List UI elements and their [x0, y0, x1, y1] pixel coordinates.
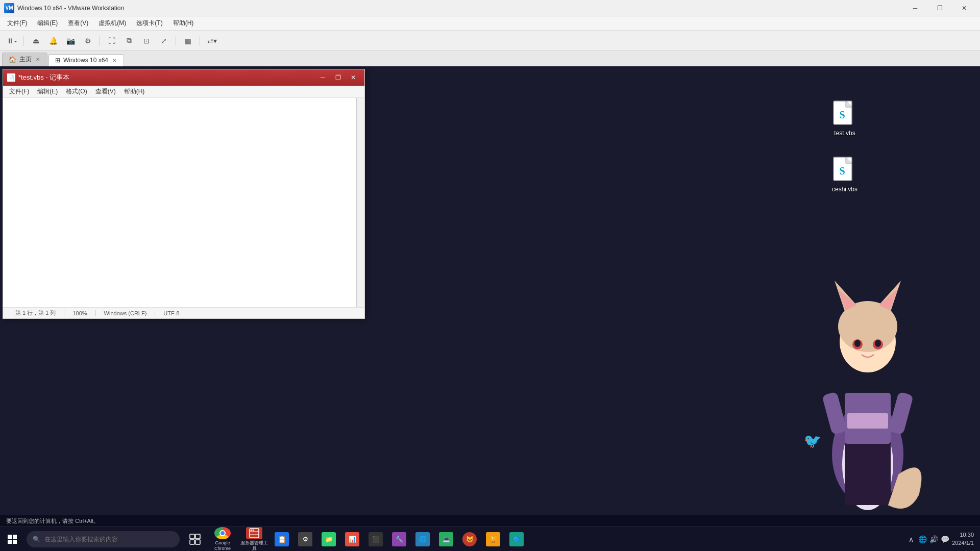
svg-point-21 [854, 340, 861, 347]
svg-rect-26 [13, 535, 17, 539]
time-display: 10:30 [952, 531, 974, 539]
vm-content[interactable]: 📄 *test.vbs - 记事本 ─ ❐ ✕ 文件(F) 编辑(E) 格式(O… [0, 66, 980, 551]
vmware-menu-view[interactable]: 查看(V) [63, 17, 93, 30]
vmware-maximize-btn[interactable]: ❐ [928, 0, 951, 16]
notepad-position: 第 1 行，第 1 列 [7, 309, 64, 317]
vmware-titlebar: VM Windows 10 x64 - VMware Workstation ─… [0, 0, 980, 16]
svg-point-36 [251, 529, 252, 531]
notepad-content[interactable] [3, 98, 364, 307]
home-icon: 🏠 [9, 56, 16, 63]
toolbar-transfer-btn[interactable]: ⇄▾ [204, 34, 219, 48]
notepad-window[interactable]: 📄 *test.vbs - 记事本 ─ ❐ ✕ 文件(F) 编辑(E) 格式(O… [3, 69, 365, 319]
notepad-icon: 📄 [7, 73, 15, 82]
taskbar-app-9[interactable]: 😺 [458, 528, 481, 550]
notepad-maximize-btn[interactable]: ❐ [331, 72, 345, 83]
test-vbs-label: test.vbs [834, 130, 855, 137]
taskbar-app-6[interactable]: 🔧 [388, 528, 410, 550]
notepad-scrollbar[interactable] [356, 98, 364, 307]
system-tray: ∧ 🌐 🔊 💬 [906, 534, 950, 544]
network-icon[interactable]: 🌐 [917, 534, 927, 544]
svg-rect-27 [8, 540, 12, 544]
toolbar-unity-btn[interactable]: ⊡ [139, 34, 154, 48]
taskbar-search-icon: 🔍 [33, 536, 40, 543]
date-display: 2024/1/1 [952, 539, 974, 547]
taskbar-app-4[interactable]: 📊 [341, 528, 363, 550]
vmware-status-bar: 要返回到您的计算机，请按 Ctrl+Alt。 [0, 515, 980, 527]
svg-rect-23 [822, 391, 847, 435]
bird-decoration: 🐦 [802, 431, 823, 450]
tab-win10-close[interactable]: ✕ [111, 57, 117, 64]
clock[interactable]: 10:30 2024/1/1 [952, 531, 974, 547]
np-menu-file[interactable]: 文件(F) [5, 86, 33, 97]
taskbar-app-1[interactable]: 📋 [271, 528, 293, 550]
np-menu-format[interactable]: 格式(O) [62, 86, 91, 97]
taskbar-search-bar[interactable]: 🔍 [27, 531, 180, 547]
vmware-menu-edit[interactable]: 编辑(E) [32, 17, 63, 30]
svg-rect-31 [190, 540, 194, 544]
toolbar-split-btn[interactable]: ⧉ [121, 34, 137, 48]
toolbar-removable-btn[interactable]: ⏏ [28, 34, 43, 48]
desktop-icon-ceshi-vbs[interactable]: S ceshi.vbs [822, 153, 868, 195]
ceshi-vbs-icon: S [830, 155, 859, 184]
vmware-menu-file[interactable]: 文件(F) [2, 17, 32, 30]
toolbar-stretch-btn[interactable]: ⤢ [156, 34, 172, 48]
toolbar-sep3 [176, 36, 176, 46]
taskbar-apps: GoogleChrome [182, 527, 900, 551]
np-menu-help[interactable]: 帮助(H) [120, 86, 149, 97]
notepad-close-btn[interactable]: ✕ [346, 72, 360, 83]
taskbar-app-5[interactable]: ⬛ [364, 528, 387, 550]
vmware-menubar: 文件(F) 编辑(E) 查看(V) 虚拟机(M) 选项卡(T) 帮助(H) [0, 16, 980, 31]
svg-rect-30 [195, 534, 200, 539]
taskbar-server-label: 服务器管理工具 [240, 540, 268, 551]
notepad-controls: ─ ❐ ✕ [315, 72, 360, 83]
taskbar-app-11[interactable]: 🔷 [505, 528, 528, 550]
svg-text:S: S [839, 165, 845, 177]
toolbar-fullscreen-btn[interactable]: ⛶ [104, 34, 119, 48]
tab-home-label: 主页 [19, 55, 32, 64]
volume-icon[interactable]: 🔊 [928, 534, 939, 544]
tab-home[interactable]: 🏠 主页 ✕ [2, 53, 47, 66]
taskbar-chrome[interactable]: GoogleChrome [207, 527, 238, 552]
taskbar-app-task-view[interactable] [184, 528, 206, 550]
start-button[interactable] [0, 527, 24, 552]
taskbar-chrome-label: GoogleChrome [214, 540, 231, 551]
taskbar-app-10[interactable]: 🏆 [482, 528, 504, 550]
taskbar-server-manager[interactable]: 服务器管理工具 [239, 527, 270, 552]
guest-os[interactable]: 📄 *test.vbs - 记事本 ─ ❐ ✕ 文件(F) 编辑(E) 格式(O… [0, 66, 980, 551]
svg-rect-10 [845, 434, 891, 505]
np-menu-edit[interactable]: 编辑(E) [33, 86, 62, 97]
svg-text:S: S [839, 109, 845, 120]
toolbar-snapshot-btn[interactable]: 📷 [63, 34, 78, 48]
taskbar-app-2[interactable]: ⚙ [294, 528, 316, 550]
tab-win10[interactable]: ⊞ Windows 10 x64 ✕ [48, 54, 124, 66]
vmware-close-btn[interactable]: ✕ [952, 0, 976, 16]
toolbar-usb-btn[interactable]: 🔔 [45, 34, 61, 48]
tab-home-close[interactable]: ✕ [35, 56, 41, 63]
taskbar-app-7[interactable]: 🌐 [411, 528, 434, 550]
vmware-menu-tabs[interactable]: 选项卡(T) [131, 17, 167, 30]
desktop-icon-test-vbs[interactable]: S test.vbs [822, 97, 868, 139]
notepad-statusbar: 第 1 行，第 1 列 100% Windows (CRLF) UTF-8 [3, 307, 364, 318]
notepad-line-ending: Windows (CRLF) [96, 310, 156, 316]
taskbar-app-8[interactable]: 💻 [435, 528, 457, 550]
taskbar-app-3[interactable]: 📁 [317, 528, 340, 550]
toolbar-sep4 [200, 36, 200, 46]
anime-character [796, 260, 939, 515]
vmware-menu-vm[interactable]: 虚拟机(M) [93, 17, 131, 30]
window-controls: ─ ❐ ✕ [903, 0, 976, 16]
toolbar-settings-btn[interactable]: ⚙ [80, 34, 95, 48]
np-menu-view[interactable]: 查看(V) [91, 86, 120, 97]
vmware-icon: VM [4, 3, 14, 13]
notification-icon[interactable]: 💬 [940, 534, 950, 544]
notepad-textarea[interactable] [3, 98, 364, 307]
notepad-encoding: UTF-8 [155, 310, 187, 316]
toolbar-pause-btn[interactable]: ⏸▾ [4, 34, 19, 48]
taskbar-search-input[interactable] [44, 536, 174, 543]
windows-taskbar: 🔍 [0, 527, 980, 551]
toolbar-console-btn[interactable]: ▦ [180, 34, 195, 48]
show-hidden-icons[interactable]: ∧ [906, 534, 916, 544]
notepad-minimize-btn[interactable]: ─ [315, 72, 330, 83]
notepad-title: *test.vbs - 记事本 [18, 73, 315, 82]
vmware-minimize-btn[interactable]: ─ [903, 0, 927, 16]
vmware-menu-help[interactable]: 帮助(H) [168, 17, 199, 30]
